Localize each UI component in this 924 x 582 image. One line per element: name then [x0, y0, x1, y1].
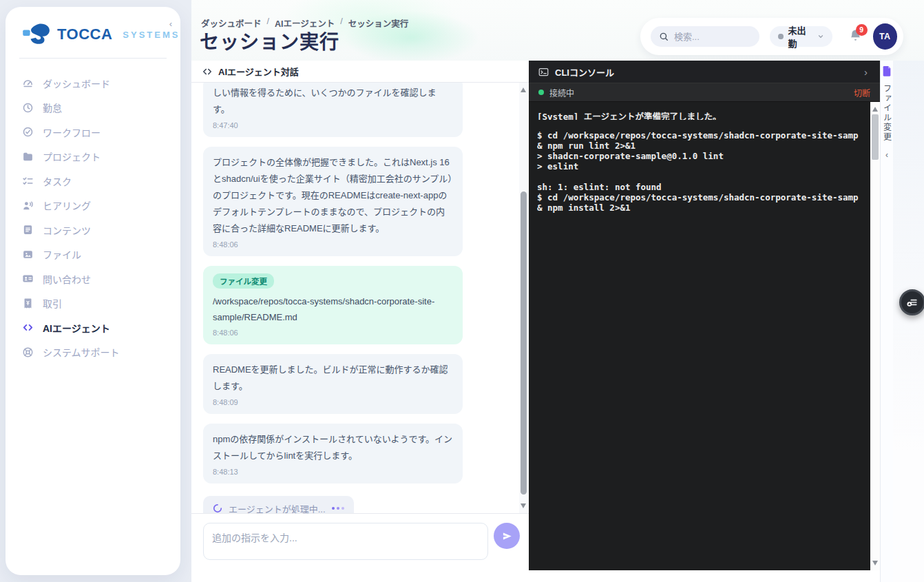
- chat-panel-title: AIエージェント対話: [218, 65, 299, 78]
- topbar: ダッシュボード/AIエージェント/セッション実行 セッション実行 未出勤: [191, 0, 924, 61]
- floating-actions-button[interactable]: [899, 289, 924, 315]
- message-text: プロジェクトの全体像が把握できました。これはNext.js 16とshadcn/…: [213, 154, 453, 237]
- sidebar-item-label: ヒアリング: [43, 198, 91, 212]
- user-avatar[interactable]: TA: [873, 23, 897, 50]
- sidebar-item-system-support[interactable]: システムサポート: [18, 340, 168, 365]
- cli-console-panel: CLIコンソール › 接続中 切断 [System] エージェントが準備完了しま…: [529, 61, 880, 570]
- sidebar-item-workflow[interactable]: ワークフロー: [18, 120, 168, 145]
- sidebar-item-contents[interactable]: コンテンツ: [18, 218, 168, 242]
- sidebar-divider: [19, 58, 167, 59]
- chat-scrollbar[interactable]: [519, 83, 528, 513]
- brand-name: TOCCA: [57, 25, 112, 43]
- connection-status: 接続中: [549, 87, 854, 98]
- console-line: & npm run lint 2>&1: [537, 141, 870, 151]
- sidebar-item-label: ダッシュボード: [43, 76, 110, 90]
- sidebar-item-tasks[interactable]: タスク: [18, 169, 168, 194]
- app-root: ‹ TOCCA SYSTEMS ダッシュボード勤怠ワークフロープロジェクトタスク…: [0, 0, 924, 582]
- sidebar-item-dashboard[interactable]: ダッシュボード: [18, 71, 168, 96]
- chat-message-list: しい情報を得るために、いくつかのファイルを確認します。8:47:40プロジェクト…: [191, 83, 519, 513]
- typing-dots-icon: [332, 507, 344, 510]
- chat-message: しい情報を得るために、いくつかのファイルを確認します。8:47:40: [203, 83, 463, 137]
- console-scroll-up-icon[interactable]: [872, 107, 878, 112]
- status-dot-icon: [778, 34, 783, 39]
- sidebar-item-projects[interactable]: プロジェクト: [18, 145, 168, 169]
- list-menu-icon: [905, 295, 919, 309]
- console-line: [537, 172, 870, 182]
- sidebar-item-hearing[interactable]: ヒアリング: [18, 194, 168, 218]
- chat-scrollbar-thumb[interactable]: [521, 191, 527, 495]
- sidebar-collapse-icon[interactable]: ‹: [169, 19, 172, 28]
- file-changes-tab-label: ファイル変更: [881, 84, 893, 142]
- page-title: セッション実行: [200, 27, 339, 54]
- console-line: > eslint: [537, 161, 870, 172]
- scroll-up-icon[interactable]: [521, 87, 526, 92]
- chat-message: READMEを更新しました。ビルドが正常に動作するか確認します。8:48:09: [203, 354, 463, 414]
- search-box[interactable]: [651, 26, 759, 47]
- image-icon: [22, 249, 34, 260]
- id-card-icon: [22, 273, 34, 284]
- life-buoy-icon: [22, 346, 34, 358]
- message-timestamp: 8:48:09: [213, 398, 453, 406]
- search-icon: [659, 32, 669, 41]
- file-changes-tab[interactable]: ファイル変更 ‹: [880, 61, 893, 582]
- sidebar-item-label: コンテンツ: [43, 223, 91, 237]
- sidebar-item-attendance[interactable]: 勤怠: [18, 96, 168, 121]
- send-button[interactable]: [494, 523, 520, 549]
- sidebar-item-label: プロジェクト: [43, 149, 101, 163]
- message-timestamp: 8:48:13: [213, 468, 453, 476]
- terminal-icon: [538, 67, 549, 77]
- connection-dot-icon: [538, 90, 544, 95]
- attendance-status-label: 未出勤: [788, 23, 812, 50]
- document-icon: [22, 224, 34, 236]
- sidebar-item-ai-agent[interactable]: AIエージェント: [18, 315, 168, 340]
- sidebar-item-label: システムサポート: [43, 345, 120, 359]
- sidebar-item-label: 勤怠: [43, 101, 62, 114]
- sidebar-item-label: AIエージェント: [43, 321, 110, 335]
- header-actions: 未出勤 9 TA: [640, 18, 903, 55]
- console-line: & npm install 2>&1: [537, 202, 870, 213]
- console-title: CLIコンソール: [555, 65, 858, 79]
- code-icon: [202, 67, 212, 76]
- console-scrollbar-thumb[interactable]: [872, 114, 879, 160]
- sidebar-item-transactions[interactable]: 取引: [18, 291, 168, 316]
- breadcrumb-item: セッション実行: [348, 17, 409, 30]
- chat-input[interactable]: [203, 523, 488, 560]
- sidebar: ‹ TOCCA SYSTEMS ダッシュボード勤怠ワークフロープロジェクトタスク…: [6, 7, 180, 575]
- console-titlebar: CLIコンソール ›: [529, 61, 880, 83]
- sidebar-item-label: 問い合わせ: [43, 272, 91, 286]
- sidebar-item-label: ワークフロー: [43, 125, 101, 139]
- attendance-status-dropdown[interactable]: 未出勤: [770, 26, 832, 47]
- console-bottom-gap: [529, 570, 880, 582]
- console-line: > shadcn-corporate-sample@0.1.0 lint: [537, 151, 870, 161]
- search-input[interactable]: [674, 32, 750, 42]
- code-icon: [22, 322, 34, 333]
- sidebar-item-inquiries[interactable]: 問い合わせ: [18, 267, 168, 291]
- console-statusbar: 接続中 切断: [529, 83, 880, 102]
- console-output: [System] エージェントが準備完了しました。$ cd /workspace…: [529, 102, 870, 570]
- console-line: $ cd /workspace/repos/tocca-systems/shad…: [537, 130, 870, 141]
- gauge-icon: [22, 77, 34, 89]
- message-timestamp: 8:48:06: [213, 329, 453, 337]
- chat-message: プロジェクトの全体像が把握できました。これはNext.js 16とshadcn/…: [203, 147, 463, 256]
- check-circle-icon: [22, 126, 34, 138]
- tab-collapse-icon[interactable]: ‹: [885, 150, 888, 160]
- console-expand-icon[interactable]: ›: [864, 66, 870, 78]
- file-document-icon: [882, 66, 892, 77]
- console-line: sh: 1: eslint: not found: [537, 182, 870, 192]
- spinner-icon: [213, 503, 222, 513]
- notifications-button[interactable]: 9: [849, 29, 862, 45]
- brand-suffix: SYSTEMS: [123, 30, 180, 40]
- sidebar-item-label: ファイル: [43, 247, 81, 261]
- disconnect-button[interactable]: 切断: [854, 87, 870, 98]
- breadcrumb-separator: /: [340, 17, 342, 30]
- scroll-down-icon[interactable]: [521, 503, 526, 508]
- brand-logo[interactable]: TOCCA SYSTEMS: [6, 7, 180, 56]
- console-scroll-down-icon[interactable]: [872, 561, 878, 565]
- sidebar-item-label: 取引: [43, 296, 62, 310]
- message-text: READMEを更新しました。ビルドが正常に動作するか確認します。: [213, 362, 453, 395]
- sidebar-item-files[interactable]: ファイル: [18, 242, 168, 267]
- checklist-icon: [22, 175, 34, 187]
- file-change-card[interactable]: ファイル変更/workspace/repos/tocca-systems/sha…: [203, 266, 463, 344]
- console-scrollbar[interactable]: [870, 102, 880, 570]
- sidebar-nav: ダッシュボード勤怠ワークフロープロジェクトタスクヒアリングコンテンツファイル問い…: [6, 65, 180, 370]
